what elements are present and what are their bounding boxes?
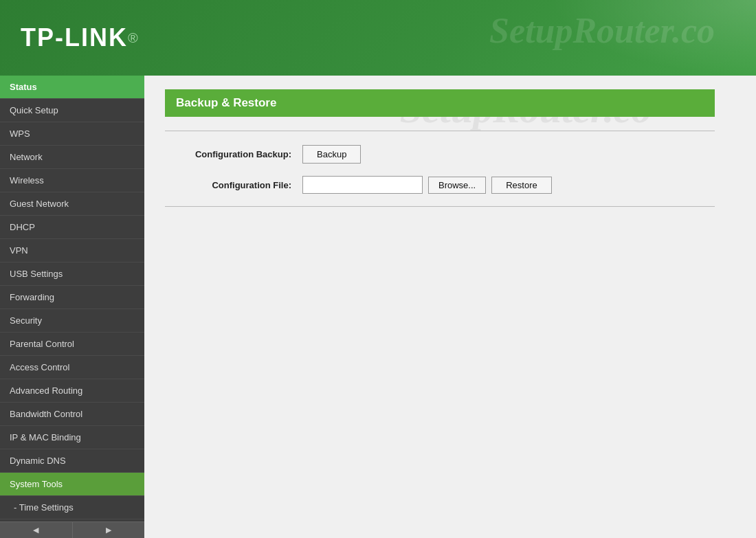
sidebar: Status Quick Setup WPS Network Wireless … bbox=[0, 76, 144, 538]
sidebar-item-dynamic-dns[interactable]: Dynamic DNS bbox=[0, 449, 144, 473]
content-inner: Backup & Restore Configuration Backup: B… bbox=[144, 76, 756, 234]
file-input-display bbox=[302, 176, 423, 194]
config-file-row: Configuration File: Browse... Restore bbox=[165, 176, 735, 194]
scroll-right-btn[interactable]: ▶ bbox=[73, 522, 145, 538]
separator-bottom bbox=[165, 206, 715, 207]
sidebar-scroll[interactable]: Status Quick Setup WPS Network Wireless … bbox=[0, 76, 144, 522]
config-backup-row: Configuration Backup: Backup bbox=[165, 145, 735, 164]
sidebar-item-usb-settings[interactable]: USB Settings bbox=[0, 262, 144, 286]
sidebar-item-wps[interactable]: WPS bbox=[0, 122, 144, 146]
sidebar-item-status[interactable]: Status bbox=[0, 76, 144, 99]
sidebar-item-time-settings[interactable]: - Time Settings bbox=[0, 496, 144, 519]
sidebar-item-ip-mac-binding[interactable]: IP & MAC Binding bbox=[0, 426, 144, 449]
restore-button[interactable]: Restore bbox=[491, 177, 552, 194]
sidebar-item-advanced-routing[interactable]: Advanced Routing bbox=[0, 379, 144, 403]
header-watermark: SetupRouter.co bbox=[489, 10, 715, 51]
config-file-label: Configuration File: bbox=[165, 180, 302, 190]
header: TP-LINK® SetupRouter.co bbox=[0, 0, 756, 76]
sidebar-item-system-tools[interactable]: System Tools bbox=[0, 473, 144, 496]
backup-button[interactable]: Backup bbox=[302, 145, 361, 164]
sidebar-item-guest-network[interactable]: Guest Network bbox=[0, 192, 144, 216]
backup-restore-form: Configuration Backup: Backup Configurati… bbox=[165, 145, 735, 194]
main-content: SetupRouter.co Backup & Restore Configur… bbox=[144, 76, 756, 538]
sidebar-item-network[interactable]: Network bbox=[0, 146, 144, 169]
separator-top bbox=[165, 131, 715, 131]
sidebar-scroll-controls: ◀ ▶ bbox=[0, 522, 144, 538]
sidebar-item-dhcp[interactable]: DHCP bbox=[0, 216, 144, 239]
logo: TP-LINK bbox=[21, 23, 128, 52]
sidebar-item-bandwidth-control[interactable]: Bandwidth Control bbox=[0, 403, 144, 426]
sidebar-item-parental-control[interactable]: Parental Control bbox=[0, 333, 144, 356]
layout: Status Quick Setup WPS Network Wireless … bbox=[0, 76, 756, 538]
logo-symbol: ® bbox=[128, 30, 138, 46]
scroll-left-btn[interactable]: ◀ bbox=[0, 522, 72, 538]
config-backup-controls: Backup bbox=[302, 145, 361, 164]
sidebar-item-quick-setup[interactable]: Quick Setup bbox=[0, 99, 144, 122]
config-backup-label: Configuration Backup: bbox=[165, 149, 302, 159]
sidebar-item-access-control[interactable]: Access Control bbox=[0, 356, 144, 379]
sidebar-item-forwarding[interactable]: Forwarding bbox=[0, 286, 144, 309]
page-title: Backup & Restore bbox=[165, 89, 715, 117]
config-file-controls: Browse... Restore bbox=[302, 176, 552, 194]
sidebar-item-wireless[interactable]: Wireless bbox=[0, 169, 144, 192]
sidebar-item-vpn[interactable]: VPN bbox=[0, 239, 144, 262]
sidebar-item-security[interactable]: Security bbox=[0, 309, 144, 333]
browse-button[interactable]: Browse... bbox=[428, 177, 486, 194]
